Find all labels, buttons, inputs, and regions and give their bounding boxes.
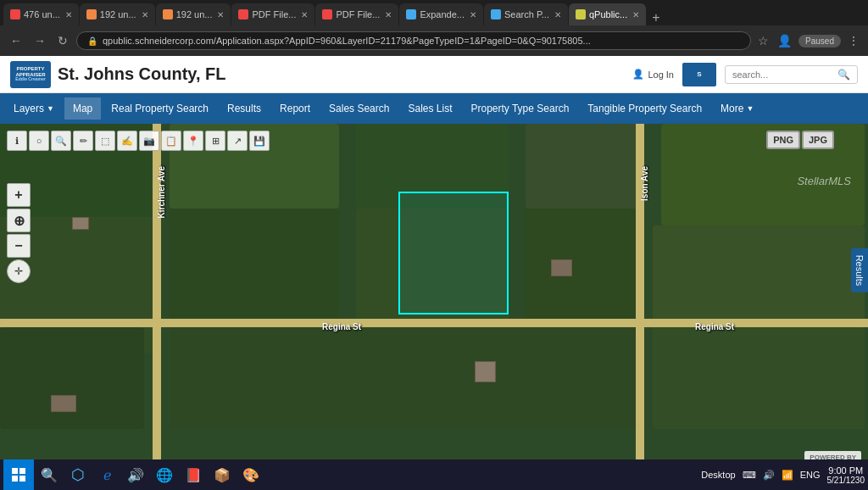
taskbar-app2[interactable]: 📦 [209,461,236,488]
map-tool-measure[interactable]: ⊞ [205,131,225,151]
stellar-watermark: StellarMLS [797,175,851,187]
nav-more[interactable]: More ▼ [712,97,762,120]
taskbar-lang-label: ENG [800,470,821,480]
nav-report[interactable]: Report [271,97,319,120]
map-tool-search[interactable]: 🔍 [51,131,71,151]
login-label: Log In [648,70,674,80]
pan-button[interactable]: ✛ [7,259,31,283]
tab-5[interactable]: PDF File... ✕ [315,3,398,25]
map-tool-camera[interactable]: 📷 [139,131,159,151]
svg-rect-3 [19,476,25,482]
map-tool-draw[interactable]: ✍ [117,131,137,151]
map-tool-share[interactable]: ↗ [227,131,248,151]
nav-sales-search-label: Sales Search [329,103,389,114]
tab-close-1[interactable]: ✕ [65,10,72,19]
url-text: qpublic.schneidercorp.com/Application.as… [103,36,591,46]
tab-close-7[interactable]: ✕ [554,10,561,19]
map-tool-select[interactable]: ⬚ [95,131,115,151]
nav-map[interactable]: Map [64,97,101,120]
nav-sales-list-label: Sales List [408,103,452,114]
road-label-regina-2: Regina St [695,322,734,331]
profile-icon[interactable]: 👤 [776,32,793,49]
nav-property-type-search[interactable]: Property Type Search [462,97,577,120]
search-box[interactable]: 🔍 [725,65,858,84]
nav-map-label: Map [73,103,92,114]
schneider-logo: S [682,63,716,86]
menu-button[interactable]: ⋮ [846,32,861,49]
search-input[interactable] [732,70,834,80]
taskbar-speaker-icon[interactable]: 🔊 [763,470,775,481]
map-tool-info[interactable]: ℹ [7,131,27,151]
nav-results[interactable]: Results [219,97,270,120]
new-tab-button[interactable]: + [647,10,665,25]
tab-3[interactable]: 192 un... ✕ [156,3,231,25]
tab-close-3[interactable]: ✕ [217,10,224,19]
nav-sales-search[interactable]: Sales Search [320,97,398,120]
refresh-button[interactable]: ↻ [54,32,71,49]
nav-bar: Layers ▼ Map Real Property Search Result… [0,93,868,124]
map-tool-save[interactable]: 💾 [249,131,270,151]
lock-icon: 🔒 [87,36,97,46]
taskbar-search[interactable]: 🔍 [36,461,63,488]
tab-6[interactable]: Expande... ✕ [399,3,483,25]
zoom-out-button[interactable]: − [7,234,31,258]
schneider-label: S [697,70,701,78]
road-label-ison: Ison Ave [640,166,649,201]
tab-close-2[interactable]: ✕ [142,10,148,19]
taskbar-app1[interactable]: 📕 [180,461,207,488]
url-bar[interactable]: 🔒 qpublic.schneidercorp.com/Application.… [76,31,751,50]
tab-1[interactable]: 476 un... ✕ [3,3,79,25]
paused-button[interactable]: Paused [798,35,841,47]
taskbar-chrome[interactable]: 🌐 [151,461,178,488]
taskbar-desktop-label[interactable]: Desktop [701,470,735,480]
taskbar-start-button[interactable] [3,459,34,490]
nav-real-property-search[interactable]: Real Property Search [103,97,217,120]
tab-close-8[interactable]: ✕ [632,10,639,19]
forward-button[interactable]: → [31,32,49,49]
search-icon[interactable]: 🔍 [837,69,850,81]
taskbar-keyboard-icon[interactable]: ⌨ [743,470,756,481]
header-actions: 👤 Log In S 🔍 [632,63,858,86]
back-button[interactable]: ← [7,32,25,49]
zoom-controls: + ⊕ − ✛ [7,183,31,283]
bookmark-button[interactable]: ☆ [756,32,771,49]
nav-sales-list[interactable]: Sales List [399,97,460,120]
address-bar: ← → ↻ 🔒 qpublic.schneidercorp.com/Applic… [0,25,868,56]
browser-actions: ☆ 👤 Paused ⋮ [756,32,861,49]
taskbar-vscode[interactable]: ⬡ [64,461,92,488]
export-png-button[interactable]: PNG [766,131,800,149]
tab-close-6[interactable]: ✕ [470,10,476,19]
map-tool-circle[interactable]: ○ [29,131,49,151]
taskbar-speaker[interactable]: 🔊 [122,461,149,488]
map-tool-row-1: ℹ ○ 🔍 ✏ ⬚ ✍ 📷 📋 📍 ⊞ ↗ 💾 [7,131,270,151]
tab-label-1: 476 un... [24,9,60,19]
zoom-in-button[interactable]: + [7,183,31,207]
results-sidebar-tab[interactable]: Results [851,248,868,292]
map-tool-pin[interactable]: 📍 [183,131,203,151]
map-container[interactable]: Regina St Regina St Kirchner Ave Ison Av… [0,124,868,490]
road-label-regina: Regina St [322,322,361,331]
tab-favicon-8 [576,9,586,19]
tab-8[interactable]: qPublic... ✕ [569,3,646,25]
taskbar-network-icon[interactable]: 📶 [782,470,793,481]
nav-layers-label: Layers [14,103,44,114]
taskbar-time: 9:00 PM 5/21/1230 [827,465,865,485]
login-button[interactable]: 👤 Log In [632,69,674,80]
export-jpg-button[interactable]: JPG [802,131,834,149]
tab-close-5[interactable]: ✕ [385,10,392,19]
tab-7[interactable]: Search P... ✕ [484,3,568,25]
taskbar-app3[interactable]: 🎨 [237,461,264,488]
nav-layers[interactable]: Layers ▼ [5,97,63,120]
tab-2[interactable]: 192 un... ✕ [80,3,155,25]
login-icon: 👤 [632,69,644,80]
tab-close-4[interactable]: ✕ [301,10,308,19]
nav-report-label: Report [280,103,310,114]
logo-area: PROPERTY APPRAISER Eddie Creamer St. Joh… [10,61,226,88]
tab-4[interactable]: PDF File... ✕ [231,3,314,25]
compass-button[interactable]: ⊕ [7,209,31,232]
nav-layers-dropdown-icon: ▼ [47,104,54,113]
taskbar-ie[interactable]: ℯ [93,461,120,488]
nav-tangible-property-search[interactable]: Tangible Property Search [579,97,710,120]
map-tool-clipboard[interactable]: 📋 [161,131,181,151]
map-tool-edit[interactable]: ✏ [73,131,93,151]
